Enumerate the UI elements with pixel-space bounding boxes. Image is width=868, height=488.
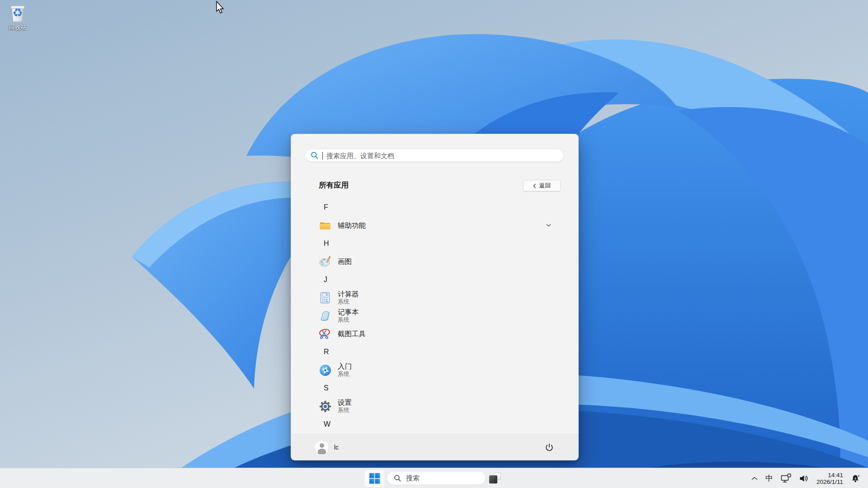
app-sublabel: 系统 bbox=[338, 371, 352, 377]
app-sublabel: 系统 bbox=[338, 317, 359, 323]
app-sublabel: 系统 bbox=[338, 407, 352, 413]
getstarted-icon bbox=[319, 364, 331, 376]
section-letter-label: F bbox=[324, 203, 328, 211]
settings-icon bbox=[319, 400, 331, 413]
section-letter-label: R bbox=[324, 348, 329, 356]
app-item-paint[interactable]: 画图 bbox=[291, 253, 578, 271]
user-account-button[interactable]: lc bbox=[315, 441, 339, 455]
chevron-left-icon bbox=[533, 183, 536, 188]
app-label: 入门 bbox=[338, 363, 352, 370]
back-button-label: 返回 bbox=[539, 182, 551, 190]
taskbar-pinned-app[interactable] bbox=[488, 472, 502, 484]
search-icon bbox=[311, 151, 319, 160]
section-letter-label: H bbox=[324, 239, 329, 248]
recycle-bin-desktop-icon[interactable]: ♻ 回收站 bbox=[3, 3, 33, 32]
taskbar-search-label: 搜索 bbox=[406, 474, 420, 483]
all-apps-title: 所有应用 bbox=[319, 180, 349, 190]
power-button[interactable] bbox=[544, 442, 554, 452]
paint-icon bbox=[319, 255, 331, 268]
start-menu-user-bar: lc bbox=[291, 434, 578, 460]
calculator-icon: 0 bbox=[319, 291, 331, 304]
chevron-down-icon[interactable] bbox=[546, 224, 551, 227]
search-icon bbox=[394, 474, 401, 482]
bell-dnd-icon: z z bbox=[851, 474, 861, 483]
text-caret bbox=[322, 152, 323, 160]
system-tray: 中 14:41 2026/1 bbox=[748, 468, 864, 488]
speaker-icon bbox=[799, 474, 809, 483]
network-button[interactable] bbox=[777, 470, 796, 487]
section-letter-R[interactable]: R bbox=[291, 343, 578, 361]
section-letter-label: W bbox=[324, 420, 330, 428]
recycle-bin-label: 回收站 bbox=[3, 23, 33, 32]
section-letter-label: S bbox=[324, 384, 329, 392]
app-label: 截图工具 bbox=[338, 330, 366, 338]
section-letter-F[interactable]: F bbox=[291, 198, 578, 216]
folder-icon bbox=[319, 219, 331, 232]
app-label: 记事本 bbox=[338, 309, 359, 316]
back-button[interactable]: 返回 bbox=[523, 180, 561, 192]
app-folder-folder[interactable]: 辅助功能 bbox=[291, 216, 578, 235]
start-menu-search-box[interactable] bbox=[305, 149, 564, 162]
notification-center-button[interactable]: z z bbox=[847, 470, 864, 487]
app-item-settings[interactable]: 设置系统 bbox=[291, 397, 578, 415]
taskbar: 搜索 中 bbox=[0, 468, 868, 488]
snipping-icon bbox=[319, 328, 331, 340]
start-menu-panel: 所有应用 返回 F 辅助功能H 画图J 0 计算器系统 bbox=[291, 134, 579, 460]
tray-date: 2026/1/11 bbox=[816, 479, 843, 485]
windows-logo-icon bbox=[369, 473, 380, 484]
chevron-up-icon bbox=[751, 477, 758, 480]
overlapping-squares-icon bbox=[489, 473, 501, 483]
app-item-getstarted[interactable]: 入门系统 bbox=[291, 361, 578, 379]
section-letter-S[interactable]: S bbox=[291, 379, 578, 397]
volume-button[interactable] bbox=[796, 470, 812, 487]
app-item-snipping[interactable]: 截图工具 bbox=[291, 325, 578, 343]
start-menu-search-input[interactable] bbox=[326, 152, 558, 160]
app-item-notepad[interactable]: 记事本系统 bbox=[291, 307, 578, 325]
app-label: 辅助功能 bbox=[338, 222, 366, 229]
recycle-arrows-icon: ♻ bbox=[8, 4, 28, 21]
section-letter-W[interactable]: W bbox=[291, 415, 578, 433]
svg-text:z: z bbox=[858, 474, 860, 477]
power-icon bbox=[545, 443, 554, 452]
section-letter-H[interactable]: H bbox=[291, 235, 578, 253]
section-letter-label: J bbox=[324, 276, 327, 284]
taskbar-search-box[interactable]: 搜索 bbox=[387, 471, 486, 485]
notepad-icon bbox=[319, 310, 331, 322]
app-sublabel: 系统 bbox=[338, 299, 359, 305]
network-icon bbox=[781, 474, 792, 483]
user-avatar bbox=[315, 441, 329, 455]
all-apps-list: F 辅助功能H 画图J 0 计算器系统 记事本系统 截图工具R bbox=[291, 198, 578, 433]
windows-desktop: ♻ 回收站 所有应用 bbox=[0, 0, 868, 488]
clock[interactable]: 14:41 2026/1/11 bbox=[812, 470, 847, 487]
app-label: 画图 bbox=[338, 258, 352, 265]
section-letter-J[interactable]: J bbox=[291, 271, 578, 289]
start-button[interactable] bbox=[364, 470, 384, 487]
tray-overflow-button[interactable] bbox=[748, 470, 761, 487]
tray-time: 14:41 bbox=[828, 472, 843, 479]
app-item-calculator[interactable]: 0 计算器系统 bbox=[291, 289, 578, 307]
recycle-bin-icon: ♻ bbox=[8, 3, 28, 23]
ime-indicator[interactable]: 中 bbox=[761, 470, 777, 487]
svg-text:z: z bbox=[854, 476, 856, 480]
app-label: 计算器 bbox=[338, 291, 359, 298]
user-name: lc bbox=[334, 444, 339, 451]
app-label: 设置 bbox=[338, 399, 352, 406]
